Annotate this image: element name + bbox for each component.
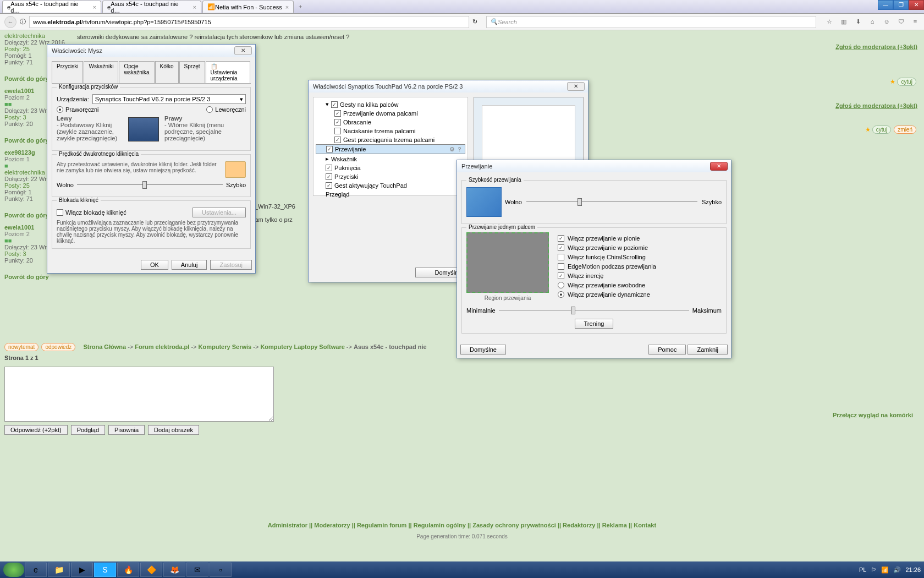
edit-button[interactable]: zmień <box>894 126 916 134</box>
clicklock-checkbox[interactable]: Włącz blokadę kliknięć <box>57 209 127 216</box>
system-tray[interactable]: PL 🏳 📶 🔊 21:26 <box>859 566 921 574</box>
scroll-option-checkbox[interactable]: ✓Włącz przewijanie w pionie <box>558 235 722 242</box>
footer-links[interactable]: Administrator || Moderatorzy || Regulami… <box>0 522 924 528</box>
tab-2[interactable]: e Asus x54c - touchpad nie d…× <box>102 1 201 13</box>
new-topic-button[interactable]: nowytemat <box>4 343 38 351</box>
scroll-region-image[interactable] <box>466 232 549 293</box>
start-button[interactable] <box>3 563 24 577</box>
ok-button[interactable]: OK <box>141 260 168 270</box>
network-icon[interactable]: 📶 <box>881 566 889 574</box>
quote-button[interactable]: cytuj <box>897 78 916 86</box>
report-link[interactable]: Zgłoś do moderatora (+3pkt) <box>835 43 917 50</box>
close-icon[interactable]: × <box>285 4 289 10</box>
scroll-speed-slider[interactable] <box>526 197 697 207</box>
url-input[interactable]: www.elektroda.pl/rtvforum/viewtopic.php?… <box>29 16 469 28</box>
tree-item[interactable]: Przegląd <box>316 190 465 199</box>
reply-textarea[interactable] <box>4 367 274 422</box>
tree-item[interactable]: ▾✓Gesty na kilka palców <box>316 100 465 109</box>
taskbar-app[interactable]: 🔥 <box>117 563 139 577</box>
close-button[interactable]: ✕ <box>909 0 924 10</box>
menu-icon[interactable]: ≡ <box>911 18 920 25</box>
close-button[interactable]: Zamknij <box>688 345 728 355</box>
tree-item[interactable]: ✓Obracanie <box>316 118 465 127</box>
spellcheck-button[interactable]: Pisownia <box>108 425 145 435</box>
scroll-mode-radio[interactable]: Włącz przewijanie swobodne <box>558 282 722 288</box>
dialog-title[interactable]: Właściwości Synaptics TouchPad V6.2 na p… <box>309 80 588 92</box>
taskbar-app[interactable]: ✉ <box>186 563 208 577</box>
close-icon[interactable]: ✕ <box>710 162 728 171</box>
taskbar-skype[interactable]: S <box>94 563 116 577</box>
switch-view-link[interactable]: Przełącz wygląd na komórki <box>833 412 913 418</box>
pocket-icon[interactable]: ▥ <box>839 18 848 25</box>
close-icon[interactable]: × <box>193 4 196 10</box>
flag-icon[interactable]: 🏳 <box>871 566 877 573</box>
breadcrumb-home[interactable]: Strona Główna <box>83 343 126 350</box>
min-max-slider[interactable] <box>499 306 689 315</box>
info-icon[interactable]: ⓘ <box>20 18 26 26</box>
search-input[interactable]: 🔍 Search <box>486 16 816 28</box>
lang-indicator[interactable]: PL <box>859 566 866 573</box>
taskbar-app[interactable]: 🔶 <box>140 563 162 577</box>
home-icon[interactable]: ⌂ <box>868 18 877 25</box>
tab-pointers[interactable]: Wskaźniki <box>84 61 118 83</box>
reload-button[interactable]: ↻ <box>472 18 477 25</box>
tab-3[interactable]: 📶 Netia with Fon - Success× <box>202 1 294 13</box>
scroll-option-checkbox[interactable]: ✓Włącz inercję <box>558 272 722 279</box>
cancel-button[interactable]: Anuluj <box>172 260 207 270</box>
tree-item[interactable]: ✓Przewijanie dwoma palcami <box>316 109 465 118</box>
close-icon[interactable]: ✕ <box>234 46 252 55</box>
folder-icon[interactable] <box>225 161 246 178</box>
close-icon[interactable]: ✕ <box>567 82 585 91</box>
tab-1[interactable]: e Asus x54c - touchpad nie d…× <box>2 1 101 13</box>
scroll-option-checkbox[interactable]: Włącz funkcję ChiralScrolling <box>558 254 722 260</box>
tab-buttons[interactable]: Przyciski <box>52 61 83 83</box>
shield-icon[interactable]: 🛡 <box>897 18 905 25</box>
breadcrumb[interactable]: Komputery Serwis <box>199 343 252 350</box>
new-tab-button[interactable]: + <box>295 3 306 10</box>
preview-button[interactable]: Podgląd <box>71 425 105 435</box>
training-button[interactable]: Trening <box>575 319 614 329</box>
minimize-button[interactable]: — <box>878 0 893 10</box>
tree-item[interactable]: Naciskanie trzema palcami <box>316 127 465 135</box>
back-button[interactable]: ← <box>4 16 16 28</box>
tree-item[interactable]: ✓Przewijanie⚙ ？ <box>316 144 465 154</box>
taskbar-app[interactable]: ▶ <box>71 563 93 577</box>
taskbar-app[interactable]: ▫ <box>210 563 232 577</box>
user-name[interactable]: elektrotechnika <box>4 32 76 39</box>
taskbar-ie[interactable]: e <box>25 563 47 577</box>
default-button[interactable]: Domyślne <box>460 345 506 355</box>
quote-button[interactable]: cytuj <box>872 126 892 134</box>
scroll-option-checkbox[interactable]: ✓Włącz przewijanie w poziomie <box>558 244 722 251</box>
help-button[interactable]: Pomoc <box>648 345 686 355</box>
clock[interactable]: 21:26 <box>905 566 921 573</box>
scroll-mode-radio[interactable]: ●Włącz przewijanie dynamiczne <box>558 291 722 298</box>
tab-hardware[interactable]: Sprzęt <box>179 61 205 83</box>
scroll-option-checkbox[interactable]: EdgeMotion podczas przewijania <box>558 263 722 270</box>
volume-icon[interactable]: 🔊 <box>893 566 901 574</box>
breadcrumb[interactable]: Komputery Laptopy Software <box>260 343 344 350</box>
tree-item[interactable]: ▸Wskaźnik <box>316 154 465 163</box>
tree-item[interactable]: ✓Przyciski <box>316 172 465 181</box>
device-select[interactable]: Synaptics TouchPad V6.2 na porcie PS/2 3… <box>92 94 246 104</box>
doubleclick-speed-slider[interactable] <box>77 180 223 190</box>
add-image-button[interactable]: Dodaj obrazek <box>148 425 199 435</box>
dialog-title[interactable]: Właściwości: Mysz ✕ <box>47 45 255 57</box>
taskbar-explorer[interactable]: 📁 <box>48 563 70 577</box>
smile-icon[interactable]: ☺ <box>882 18 891 25</box>
downloads-icon[interactable]: ⬇ <box>854 18 862 25</box>
right-handed-radio[interactable]: ●Praworęczni <box>57 106 99 113</box>
tree-item[interactable]: ✓Gest przeciągania trzema palcami <box>316 135 465 144</box>
maximize-button[interactable]: ❐ <box>893 0 909 10</box>
taskbar-firefox[interactable]: 🦊 <box>163 563 185 577</box>
left-handed-radio[interactable]: Leworęczni <box>206 106 246 113</box>
tree-item[interactable]: ✓Gest aktywujący TouchPad <box>316 181 465 190</box>
submit-reply-button[interactable]: Odpowiedź (+2pkt) <box>4 425 68 435</box>
tab-device-settings[interactable]: Ustawienia urządzenia <box>206 61 250 83</box>
tree-item[interactable]: ✓Puknięcia <box>316 163 465 172</box>
reply-button[interactable]: odpowiedz <box>41 343 75 351</box>
report-link[interactable]: Zgłoś do moderatora (+3pkt) <box>835 102 917 109</box>
breadcrumb[interactable]: Forum elektroda.pl <box>135 343 189 350</box>
dialog-title[interactable]: Przewijanie ✕ <box>457 160 731 172</box>
tab-wheel[interactable]: Kółko <box>155 61 179 83</box>
bookmark-icon[interactable]: ☆ <box>825 18 834 25</box>
